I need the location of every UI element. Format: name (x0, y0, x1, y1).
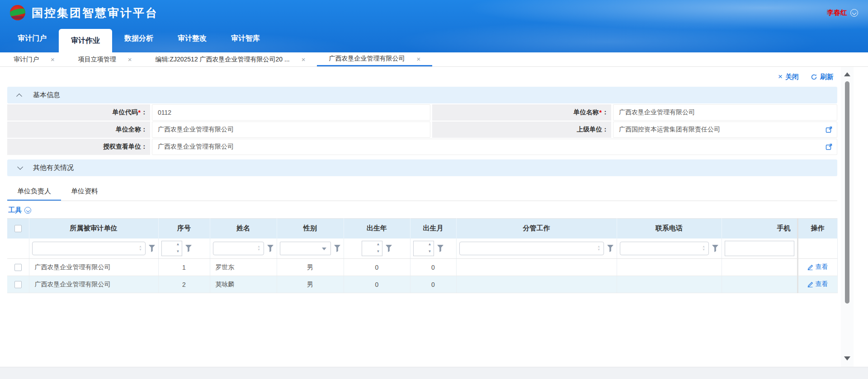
close-label: 关闭 (785, 73, 799, 81)
tab-label: 项目立项管理 (78, 56, 116, 64)
filter-funnel-icon[interactable] (607, 244, 614, 253)
filter-work-input[interactable]: ˄˅ (459, 242, 604, 255)
refresh-icon (811, 74, 817, 80)
bottom-strip (0, 367, 868, 379)
cell-gender: 男 (277, 276, 344, 293)
cell-name: 罗世东 (210, 259, 277, 276)
tools-dropdown[interactable]: 工具 (7, 201, 837, 218)
section-title: 基本信息 (33, 91, 60, 99)
nav-item-audit-rectify[interactable]: 审计整改 (165, 25, 219, 52)
filter-name-input[interactable]: ˄˅ (213, 242, 264, 255)
subtab-unit-docs[interactable]: 单位资料 (61, 182, 108, 201)
cell-work (456, 259, 617, 276)
external-link-icon[interactable] (826, 144, 832, 150)
auth-view-unit-field[interactable]: 广西农垦企业管理有限公司 (152, 139, 837, 155)
parent-unit-field[interactable]: 广西国控资本运营集团有限责任公司 (613, 122, 837, 138)
row-checkbox[interactable] (14, 281, 22, 288)
col-header-work[interactable]: 分管工作 (456, 219, 617, 239)
primary-nav: 审计门户 审计作业 数据分析 审计整改 审计智库 (0, 25, 868, 52)
unit-name-field[interactable]: 广西农垦企业管理有限公司 (613, 104, 837, 121)
scroll-up-icon[interactable] (844, 72, 850, 76)
col-header-seq[interactable]: 序号 (158, 219, 210, 239)
refresh-label: 刷新 (820, 73, 834, 81)
window-tab-edit-project[interactable]: 编辑:ZJ202512 广西农垦企业管理有限公司20 ... × (144, 52, 317, 66)
edit-pencil-icon (807, 281, 813, 287)
app-title: 国控集团智慧审计平台 (32, 5, 158, 20)
cell-work (456, 276, 617, 293)
filter-gender-select[interactable] (280, 242, 331, 255)
nav-item-data-analysis[interactable]: 数据分析 (112, 25, 165, 52)
cell-unit: 广西农垦企业管理有限公司 (29, 276, 158, 293)
filter-funnel-icon[interactable] (267, 244, 274, 253)
tab-label: 编辑:ZJ202512 广西农垦企业管理有限公司20 ... (156, 56, 290, 64)
cell-phone (617, 276, 722, 293)
filter-birth-year-spinner[interactable]: ▲▼ (362, 241, 382, 256)
col-header-unit[interactable]: 所属被审计单位 (29, 219, 158, 239)
detail-subtabs: 单位负责人 单位资料 (7, 182, 837, 201)
current-user-name[interactable]: 李春红 (827, 9, 847, 17)
filter-birth-month-spinner[interactable]: ▲▼ (413, 241, 434, 256)
unit-code-label: 单位代码*： (7, 104, 150, 121)
cell-gender: 男 (277, 259, 344, 276)
unit-fullname-field[interactable]: 广西农垦企业管理有限公司 (152, 122, 430, 138)
window-tab-project-mgmt[interactable]: 项目立项管理 × (66, 52, 144, 66)
filter-funnel-icon[interactable] (334, 244, 341, 253)
cell-seq: 2 (158, 276, 210, 293)
parent-unit-label: 上级单位： (432, 122, 611, 138)
col-header-mobile[interactable]: 手机 (722, 219, 797, 239)
tab-close-icon[interactable]: × (302, 56, 306, 63)
scrollbar-thumb[interactable] (845, 81, 849, 304)
cell-name: 莫咏麟 (210, 276, 277, 293)
tab-close-icon[interactable]: × (51, 56, 55, 63)
filter-funnel-icon[interactable] (437, 244, 444, 253)
nav-item-audit-work[interactable]: 审计作业 (59, 29, 112, 52)
window-tabbar: 审计门户 × 项目立项管理 × 编辑:ZJ202512 广西农垦企业管理有限公司… (0, 52, 868, 67)
row-checkbox[interactable] (14, 264, 22, 271)
unit-code-field[interactable]: 0112 (152, 104, 430, 121)
filter-funnel-icon[interactable] (385, 244, 392, 253)
auth-view-unit-label: 授权查看单位： (7, 139, 150, 155)
table-filter-row: ˄˅ ▲▼ ˄˅ ▲▼ (7, 239, 837, 259)
company-logo-icon (10, 5, 25, 20)
tab-close-icon[interactable]: × (416, 55, 420, 63)
col-header-actions: 操作 (797, 219, 837, 239)
select-all-checkbox[interactable] (14, 225, 22, 232)
tab-close-icon[interactable]: × (128, 56, 132, 63)
section-title: 其他有关情况 (33, 164, 74, 172)
col-header-birth-year[interactable]: 出生年 (344, 219, 410, 239)
close-page-button[interactable]: × 关闭 (778, 72, 799, 81)
filter-funnel-icon[interactable] (712, 244, 719, 253)
table-row[interactable]: 广西农垦企业管理有限公司 2 莫咏麟 男 0 0 查看 (7, 276, 837, 293)
view-button[interactable]: 查看 (807, 263, 828, 271)
filter-funnel-icon[interactable] (185, 244, 192, 253)
subtab-unit-leaders[interactable]: 单位负责人 (7, 182, 61, 201)
cell-mobile (722, 259, 797, 276)
col-header-phone[interactable]: 联系电话 (617, 219, 722, 239)
scroll-down-icon[interactable] (844, 356, 850, 360)
filter-mobile-input[interactable] (725, 241, 794, 256)
nav-item-audit-portal[interactable]: 审计门户 (5, 25, 59, 52)
vertical-scrollbar[interactable] (841, 67, 854, 367)
basic-info-form: 单位代码*： 0112 单位名称*： 广西农垦企业管理有限公司 单位全称： 广西… (7, 104, 837, 155)
table-row[interactable]: 广西农垦企业管理有限公司 1 罗世东 男 0 0 查看 (7, 259, 837, 276)
external-link-icon[interactable] (826, 126, 832, 133)
tab-label: 广西农垦企业管理有限公司 (329, 55, 405, 63)
filter-phone-input[interactable]: ˄˅ (620, 242, 709, 255)
section-basic-info-header[interactable]: 基本信息 (7, 87, 837, 103)
refresh-page-button[interactable]: 刷新 (811, 73, 834, 81)
window-tab-unit-detail[interactable]: 广西农垦企业管理有限公司 × (317, 52, 432, 66)
section-other-info-header[interactable]: 其他有关情况 (7, 159, 837, 176)
window-tab-portal[interactable]: 审计门户 × (2, 52, 66, 66)
filter-funnel-icon[interactable] (148, 244, 156, 253)
col-header-name[interactable]: 姓名 (210, 219, 277, 239)
cell-birth-month: 0 (410, 276, 456, 293)
col-header-gender[interactable]: 性别 (277, 219, 344, 239)
main-content: × 关闭 刷新 基本信息 单位代码*： 0112 单位名称*： 广西农垦企业管理… (0, 67, 868, 367)
tab-label: 审计门户 (14, 56, 39, 64)
view-button[interactable]: 查看 (807, 280, 828, 288)
filter-unit-input[interactable]: ˄˅ (32, 242, 146, 255)
user-menu-chevron-icon[interactable] (850, 9, 858, 17)
filter-seq-spinner[interactable]: ▲▼ (161, 241, 182, 256)
nav-item-audit-library[interactable]: 审计智库 (219, 25, 272, 52)
col-header-birth-month[interactable]: 出生月 (410, 219, 456, 239)
